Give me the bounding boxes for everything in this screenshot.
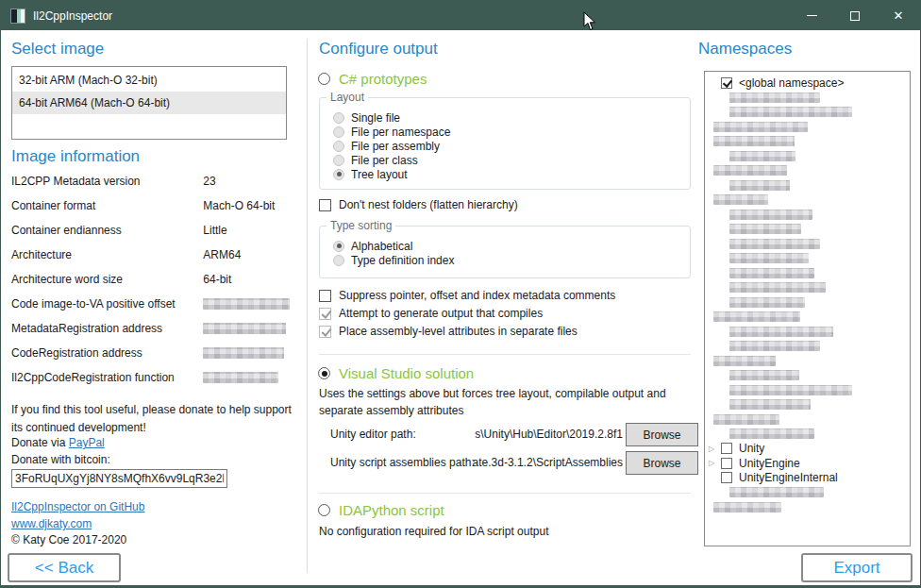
namespace-item[interactable] [709, 266, 910, 281]
namespace-item[interactable] [709, 163, 910, 178]
image-list-item[interactable]: 64-bit ARM64 (Mach-O 64-bit) [12, 92, 286, 114]
layout-options: Single file File per namespace File per … [320, 98, 690, 181]
layout-option-label: Tree layout [351, 168, 408, 181]
export-button[interactable]: Export [801, 553, 913, 582]
namespace-item[interactable] [709, 397, 910, 412]
info-value: 23 [203, 175, 215, 188]
layout-option[interactable]: Single file [333, 110, 690, 125]
script-assemblies-browse-button[interactable]: Browse [626, 451, 698, 475]
expander-icon[interactable] [709, 445, 721, 453]
namespace-checkbox[interactable] [721, 472, 732, 483]
flatten-hierarchy-checkbox[interactable] [319, 199, 331, 211]
output-checkbox-row[interactable]: Suppress pointer, offset and index metad… [319, 289, 615, 302]
output-checkbox-row[interactable]: Place assembly-level attributes in separ… [319, 325, 615, 338]
namespace-item[interactable] [709, 251, 910, 266]
namespace-item[interactable] [709, 105, 910, 120]
output-checkbox[interactable] [319, 326, 331, 338]
visual-studio-label: Visual Studio solution [339, 365, 474, 381]
namespace-item[interactable]: UnityEngineInternal [709, 471, 910, 486]
namespace-item[interactable] [709, 485, 910, 500]
namespace-checkbox[interactable] [721, 443, 732, 454]
layout-radio[interactable] [333, 141, 344, 152]
paypal-link[interactable]: PayPal [69, 436, 105, 449]
namespace-item[interactable] [709, 500, 910, 515]
layout-option[interactable]: File per class [333, 153, 690, 167]
close-button[interactable] [877, 1, 920, 30]
namespace-item[interactable] [709, 325, 910, 340]
namespace-item[interactable] [709, 134, 910, 149]
namespace-item[interactable] [709, 412, 910, 428]
unity-editor-browse-button[interactable]: Browse [626, 423, 698, 446]
namespaces-list[interactable]: <global namespace> [704, 71, 911, 546]
namespace-item[interactable] [709, 383, 910, 398]
output-checkbox[interactable] [319, 290, 331, 302]
output-checkbox[interactable] [319, 308, 331, 320]
namespace-item[interactable]: Unity [709, 442, 910, 457]
redacted-namespace [729, 385, 852, 395]
namespace-item[interactable] [709, 149, 910, 164]
namespace-item[interactable] [709, 193, 910, 208]
option-idapython[interactable]: IDAPython script [318, 502, 444, 518]
namespace-item[interactable] [709, 237, 910, 252]
type-sorting-radio[interactable] [333, 241, 344, 252]
layout-radio[interactable] [333, 126, 344, 138]
type-sorting-radio[interactable] [333, 255, 344, 266]
layout-group-label: Layout [327, 91, 368, 104]
namespace-item[interactable] [709, 91, 910, 106]
option-csharp-prototypes[interactable]: C# prototypes [318, 71, 427, 87]
info-label: Container endianness [11, 224, 200, 237]
layout-option-label: Single file [351, 111, 400, 125]
maximize-button[interactable] [833, 1, 877, 30]
namespace-item[interactable] [709, 354, 910, 369]
namespace-item[interactable] [709, 280, 910, 295]
github-link[interactable]: Il2CppInspector on GitHub [11, 500, 144, 513]
layout-radio[interactable] [333, 155, 344, 166]
info-label: Container format [11, 199, 200, 212]
redacted-namespace [729, 297, 805, 308]
layout-option[interactable]: File per namespace [333, 125, 690, 139]
namespace-item[interactable] [709, 120, 910, 135]
info-value: ARM64 [203, 248, 241, 261]
namespace-checkbox[interactable] [721, 458, 732, 469]
mouse-cursor [583, 11, 596, 31]
redacted-namespace [713, 356, 776, 366]
website-link[interactable]: www.djkaty.com [11, 517, 92, 530]
layout-option-label: File per namespace [351, 126, 450, 139]
layout-radio[interactable] [333, 112, 344, 124]
namespace-label: Unity [739, 442, 764, 455]
type-sorting-option[interactable]: Alphabetical [333, 239, 690, 253]
bitcoin-label: Donate with bitcoin: [11, 453, 110, 466]
namespace-item[interactable] [709, 339, 910, 354]
option-visual-studio[interactable]: Visual Studio solution [318, 365, 474, 381]
namespace-item[interactable] [709, 427, 910, 442]
image-list-item[interactable]: 32-bit ARM (Mach-O 32-bit) [12, 69, 286, 92]
type-sorting-option[interactable]: Type definition index [333, 253, 690, 267]
namespace-checkbox[interactable] [721, 77, 732, 89]
visual-studio-radio[interactable] [318, 367, 330, 379]
namespace-item[interactable]: UnityEngine [709, 456, 910, 471]
namespace-item[interactable] [709, 295, 910, 311]
back-button[interactable]: << Back [8, 553, 121, 582]
flatten-hierarchy-row[interactable]: Don't nest folders (flatten hierarchy) [319, 198, 518, 211]
csharp-prototypes-radio[interactable] [318, 73, 330, 85]
idapython-radio[interactable] [318, 504, 330, 516]
namespace-item[interactable] [709, 208, 910, 223]
info-label: MetadataRegistration address [11, 322, 200, 335]
namespace-label: UnityEngineInternal [739, 471, 838, 484]
image-list[interactable]: 32-bit ARM (Mach-O 32-bit) 64-bit ARM64 … [11, 66, 287, 140]
info-row: IL2CPP Metadata version 23 [11, 175, 296, 199]
namespace-item[interactable] [709, 368, 910, 383]
bitcoin-address-input[interactable] [11, 469, 227, 488]
layout-option[interactable]: File per assembly [333, 139, 690, 153]
namespace-item[interactable] [709, 178, 910, 193]
namespace-item[interactable]: <global namespace> [709, 76, 910, 91]
window-title: Il2CppInspector [33, 9, 112, 23]
namespace-item[interactable] [709, 222, 910, 237]
namespace-item[interactable] [709, 310, 910, 325]
redacted-namespace [713, 122, 808, 132]
expander-icon[interactable] [709, 459, 721, 467]
layout-option[interactable]: Tree layout [333, 167, 690, 181]
output-checkbox-row[interactable]: Attempt to generate output that compiles [319, 307, 615, 320]
layout-radio[interactable] [333, 169, 344, 180]
minimize-button[interactable] [790, 1, 833, 30]
